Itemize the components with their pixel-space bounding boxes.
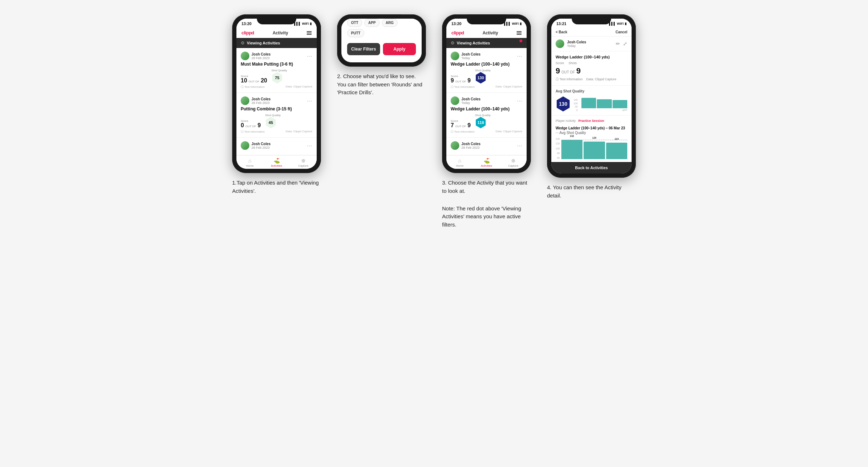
more-options-1-3[interactable]: ··· [307, 143, 312, 148]
stats-row-1-1: Score 10 OUT OF 20 Shot Quality 75 [241, 69, 312, 84]
nav-home-1[interactable]: ⌂ Home [236, 158, 263, 167]
avatar-3-1 [451, 52, 459, 60]
more-options-1-2[interactable]: ··· [307, 98, 312, 104]
back-button-4[interactable]: < Back [556, 30, 567, 34]
settings-icon-1: ⚙ [241, 40, 245, 46]
viewing-banner-1[interactable]: ⚙ Viewing Activities [236, 38, 317, 48]
clear-filters-button[interactable]: Clear Filters [347, 43, 380, 55]
sq-hex-3-1: 130 [475, 72, 486, 84]
cancel-button-4[interactable]: Cancel [615, 30, 627, 34]
user-date-1-2: 28 Feb 2023 [251, 101, 270, 105]
chart-axis-4: 140 100 50 0 [574, 99, 579, 111]
avatar-3-2 [451, 96, 459, 105]
drill-title-3-1: Wedge Ladder (100–140 yds) [451, 62, 522, 67]
battery-1: ▮ [310, 22, 312, 25]
detail-user-name-4: Josh Coles [567, 40, 586, 44]
hamburger-3[interactable] [517, 31, 522, 35]
wedge-bar-3: 124 [606, 143, 627, 159]
sq-hex-3-2: 118 [475, 117, 486, 128]
wifi-1: WiFi [302, 22, 309, 25]
red-dot-3 [519, 39, 522, 42]
user-date-3-3: 28 Feb 2023 [461, 146, 480, 149]
wedge-title-4: Wedge Ladder (100–140 yds) – 06 Mar 23 [556, 126, 627, 130]
sq-hex-1-2: 45 [265, 117, 277, 128]
notch-1 [257, 14, 296, 24]
activity-card-3-3[interactable]: Josh Coles 28 Feb 2023 ··· [446, 138, 527, 155]
bars-container-4 [581, 95, 627, 108]
activity-card-3-2[interactable]: Josh Coles Today ··· Wedge Ladder (100–1… [446, 93, 527, 138]
wedge-subtitle-4: ··· Avg Shot Quality [556, 131, 627, 135]
user-date-3-2: Today [461, 101, 480, 105]
phone-2-screen: 13:21 ▌▌▌ WiFi ▮ clippd Activity [341, 19, 422, 62]
stats-row-1-2: Score 0 OUT OF 9 Shot Quality 45 [241, 114, 312, 128]
apply-filter-button[interactable]: Apply [383, 43, 416, 55]
tag-arg[interactable]: ARG [382, 19, 398, 27]
tag-app[interactable]: APP [364, 19, 380, 27]
user-name-1-2: Josh Coles [251, 97, 270, 101]
filter-sheet: Filter ✕ Show Rounds Practice Drills Pra… [341, 19, 422, 62]
viewing-banner-3[interactable]: ⚙ Viewing Activities [446, 38, 527, 48]
bar-4-1 [581, 98, 596, 108]
drill-title-1-1: Must Make Putting (3-6 ft) [241, 62, 312, 67]
nav-capture-3[interactable]: ⊕ Capture [500, 158, 527, 167]
activity-card-1-1[interactable]: Josh Coles 28 Feb 2023 ··· Must Make Put… [236, 48, 317, 93]
card-header-1-2: Josh Coles 28 Feb 2023 ··· [241, 96, 312, 105]
card-header-1-3: Josh Coles 28 Feb 2023 ··· [241, 141, 312, 150]
tag-ott[interactable]: OTT [347, 19, 362, 27]
card-header-1-1: Josh Coles 28 Feb 2023 ··· [241, 52, 312, 60]
capture-icon-1: ⊕ [301, 158, 306, 163]
activity-card-3-1[interactable]: Josh Coles Today ··· Wedge Ladder (100–1… [446, 48, 527, 93]
filter-overlay: Filter ✕ Show Rounds Practice Drills Pra… [341, 19, 422, 62]
more-options-1-1[interactable]: ··· [307, 53, 312, 59]
notch-4 [572, 14, 611, 24]
phone-4-screen: 13:21 ▌▌▌ WiFi ▮ < Back Cancel [551, 19, 632, 173]
capture-icon-3: ⊕ [511, 158, 515, 163]
app-nav-1: clippd Activity [236, 28, 317, 38]
caption-1: 1.Tap on Activities and then 'Viewing Ac… [232, 179, 321, 196]
status-icons-1: ▌▌▌ WiFi ▮ [294, 22, 312, 25]
nav-activities-3[interactable]: ⛳ Activities [473, 158, 500, 167]
activity-card-1-2[interactable]: Josh Coles 28 Feb 2023 ··· Putting Combi… [236, 93, 317, 138]
detail-card-title-4: Wedge Ladder (100–140 yds) [556, 55, 610, 59]
logo-1: clippd [241, 30, 254, 35]
more-3-3[interactable]: ··· [517, 143, 522, 148]
card-footer-1-1: ⓘ Test Information Data: Clippd Capture [241, 85, 312, 89]
capture-label-1: Capture [298, 164, 308, 167]
edit-icon-4[interactable]: ✏ [616, 41, 620, 47]
phone-3-shell: 13:20 ▌▌▌ WiFi ▮ clippd Activity [442, 14, 531, 173]
phone-4-column: 13:21 ▌▌▌ WiFi ▮ < Back Cancel [544, 14, 639, 201]
detail-card-4: Wedge Ladder (100–140 yds) Score Shots 9… [551, 51, 632, 86]
nav-title-1: Activity [273, 30, 288, 35]
bottom-nav-1: ⌂ Home ⛳ Activities ⊕ Capture [236, 155, 317, 169]
home-label-3: Home [456, 164, 464, 167]
settings-icon-3: ⚙ [451, 40, 455, 46]
user-name-1-1: Josh Coles [251, 52, 270, 56]
nav-capture-1[interactable]: ⊕ Capture [290, 158, 317, 167]
activities-icon-1: ⛳ [274, 158, 280, 163]
card-footer-1-2: ⓘ Test Information Data: Clippd Capture [241, 130, 312, 134]
user-date-1-1: 28 Feb 2023 [251, 56, 270, 60]
signal-1: ▌▌▌ [294, 22, 301, 25]
expand-icon-4[interactable]: ⤢ [623, 41, 627, 47]
nav-title-3: Activity [483, 30, 498, 35]
activities-icon-3: ⛳ [484, 158, 490, 163]
wedge-bar-2: 129 [584, 142, 605, 159]
bar-4-3 [613, 100, 627, 108]
filter-tags: OTT APP ARG PUTT [347, 19, 416, 37]
logo-3: clippd [451, 30, 464, 35]
time-1: 13:20 [241, 22, 251, 26]
drill-title-3-2: Wedge Ladder (100–140 yds) [451, 106, 522, 111]
hamburger-1[interactable] [307, 31, 312, 35]
nav-home-3[interactable]: ⌂ Home [446, 158, 473, 167]
back-to-activities-button-4[interactable]: Back to Activities [551, 162, 632, 173]
phones-row: 13:20 ▌▌▌ WiFi ▮ clippd Activity [229, 14, 639, 230]
more-3-2[interactable]: ··· [517, 98, 522, 104]
caption-3: 3. Choose the Activity that you want to … [442, 179, 531, 230]
phone-1-screen: 13:20 ▌▌▌ WiFi ▮ clippd Activity [236, 19, 317, 169]
chart-x-label-4: APP [581, 109, 627, 111]
nav-activities-1[interactable]: ⛳ Activities [263, 158, 290, 167]
tag-putt[interactable]: PUTT [347, 29, 364, 37]
more-3-1[interactable]: ··· [517, 53, 522, 59]
activity-card-1-3[interactable]: Josh Coles 28 Feb 2023 ··· [236, 138, 317, 155]
bar-4-2 [597, 99, 612, 108]
